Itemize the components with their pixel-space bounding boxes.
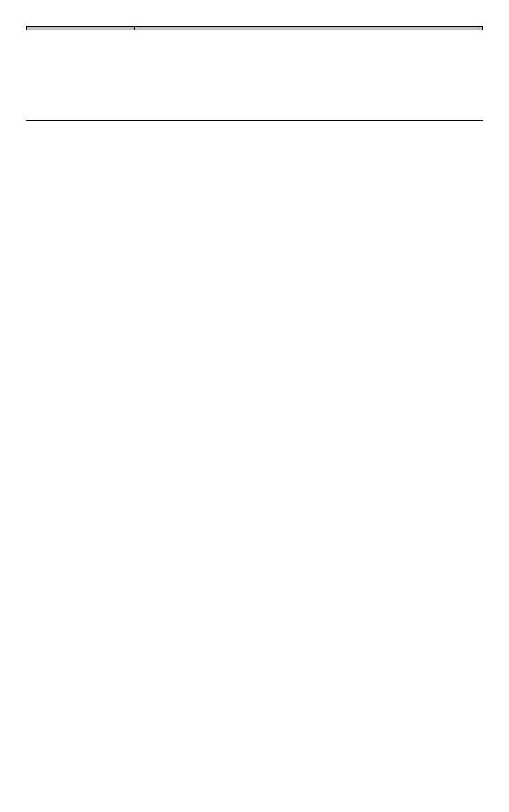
page-footer bbox=[26, 120, 483, 123]
function-table bbox=[26, 26, 483, 30]
table-head-function bbox=[135, 27, 483, 30]
table-head-display bbox=[27, 27, 135, 30]
